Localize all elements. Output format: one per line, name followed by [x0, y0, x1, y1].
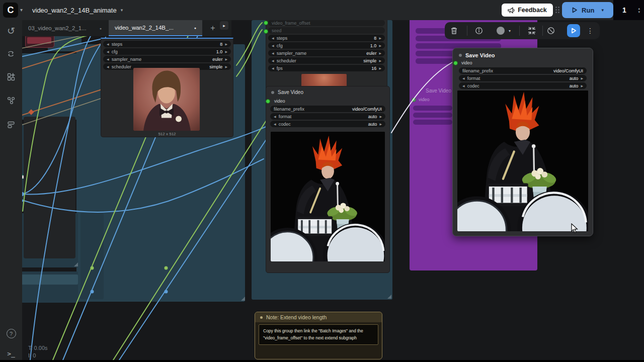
input-video-frame-offset[interactable]: video_frame_offset — [268, 20, 385, 26]
info-icon[interactable] — [472, 22, 486, 39]
tab-status-dot: ● — [194, 26, 196, 30]
decrement-arrow-icon[interactable]: ◀ — [107, 50, 109, 53]
widget-format[interactable]: ◀ format auto ▶ — [459, 75, 587, 81]
execute-node-button[interactable] — [567, 24, 580, 37]
megaphone-icon — [508, 7, 515, 14]
decrement-arrow-icon[interactable]: ◀ — [107, 65, 109, 68]
video-frame-offset-input-dot[interactable] — [264, 21, 268, 25]
decrement-arrow-icon[interactable]: ◀ — [274, 123, 276, 126]
decrement-arrow-icon[interactable]: ◀ — [462, 84, 465, 87]
increment-arrow-icon[interactable]: ▶ — [379, 37, 381, 40]
logo-menu-chevron-icon[interactable]: ▾ — [20, 7, 23, 13]
terminal-icon[interactable]: >_ — [0, 350, 22, 357]
increment-arrow-icon[interactable]: ▶ — [379, 44, 381, 47]
count-down-icon[interactable]: ▾ — [638, 10, 640, 14]
batch-count-stepper[interactable]: 1 ▴ ▾ — [613, 0, 644, 20]
decrement-arrow-icon[interactable]: ◀ — [272, 44, 274, 47]
collapse-dot-icon[interactable] — [260, 316, 263, 319]
status-iterations: I: 0 — [28, 352, 36, 358]
seed-input-dot[interactable] — [264, 29, 268, 34]
note-node[interactable]: Note: Extend video length Copy this grou… — [255, 312, 382, 359]
input-seed[interactable]: seed — [268, 27, 385, 34]
run-options-chevron-icon[interactable]: ▾ — [601, 8, 604, 13]
workflow-title-menu[interactable]: video_wan2_2_14B_animate ▾ — [32, 0, 123, 20]
history-icon[interactable]: ↺ — [0, 25, 22, 37]
increment-arrow-icon[interactable]: ▶ — [225, 50, 227, 53]
color-chevron-icon[interactable]: ▾ — [506, 22, 514, 39]
mouse-cursor — [571, 223, 579, 233]
help-icon[interactable]: ? — [0, 329, 22, 338]
decrement-arrow-icon[interactable]: ◀ — [272, 59, 274, 62]
delete-icon[interactable] — [447, 22, 461, 39]
decrement-arrow-icon[interactable]: ◀ — [107, 43, 109, 46]
decrement-arrow-icon[interactable]: ◀ — [272, 37, 274, 40]
decrement-arrow-icon[interactable]: ◀ — [272, 52, 274, 55]
increment-arrow-icon[interactable]: ▶ — [379, 52, 381, 55]
decrement-arrow-icon[interactable]: ◀ — [272, 67, 274, 70]
ksampler-node-left[interactable]: ◀ steps 8 ▶ ◀ cfg 1.0 ▶ ◀ sampler_name e… — [101, 38, 233, 137]
increment-arrow-icon[interactable]: ▶ — [379, 123, 382, 126]
bypass-icon[interactable] — [544, 22, 558, 39]
widget-sampler-name[interactable]: ◀ sampler_name euler ▶ — [268, 50, 385, 56]
connections-icon[interactable] — [0, 49, 22, 58]
play-icon — [572, 7, 578, 13]
increment-arrow-icon[interactable]: ▶ — [225, 58, 227, 61]
decrement-arrow-icon[interactable]: ◀ — [274, 115, 276, 118]
increment-arrow-icon[interactable]: ▶ — [379, 115, 382, 118]
note-header[interactable]: Note: Extend video length — [255, 312, 382, 322]
note-title: Note: Extend video length — [266, 314, 327, 320]
run-button[interactable]: Run ▾ — [562, 2, 613, 18]
node-header[interactable]: Save Video — [266, 86, 389, 98]
ksampler-node-mid[interactable]: video_frame_offset seed ◀ steps 8 ▶ ◀ cf… — [266, 15, 387, 90]
collapse-dot-icon[interactable] — [459, 54, 462, 57]
toolbar-divider — [519, 26, 520, 36]
tab-status-dot: ● — [100, 27, 102, 30]
toolbar-grip-handle[interactable] — [555, 7, 559, 13]
tab-overflow-button[interactable]: ▸ — [220, 21, 228, 30]
video-input-dot[interactable] — [266, 99, 270, 104]
video-preview[interactable] — [271, 132, 385, 261]
increment-arrow-icon[interactable]: ▶ — [581, 84, 583, 87]
collapse-node-icon[interactable] — [525, 22, 539, 39]
widget-steps[interactable]: ◀ steps 8 ▶ — [268, 35, 385, 41]
video-input-dot[interactable] — [453, 61, 458, 65]
decrement-arrow-icon[interactable]: ◀ — [462, 77, 465, 80]
more-options-icon[interactable]: ⋮ — [585, 22, 596, 39]
widget-steps[interactable]: ◀ steps 8 ▶ — [103, 41, 231, 47]
widget-scheduler[interactable]: ◀ scheduler simple ▶ — [268, 57, 385, 64]
model-library-icon[interactable] — [0, 96, 22, 105]
widget-cfg[interactable]: ◀ cfg 1.0 ▶ — [268, 42, 385, 49]
toolbar-divider — [467, 26, 467, 36]
widget-fps[interactable]: ◀ fps 16 ▶ — [268, 65, 385, 71]
widget-cfg[interactable]: ◀ cfg 1.0 ▶ — [103, 48, 231, 55]
node-library-icon[interactable] — [0, 72, 22, 81]
widget-filename-prefix[interactable]: filename_prefix video/ComfyUI — [270, 106, 385, 112]
feedback-button[interactable]: Feedback — [502, 4, 553, 17]
node-header[interactable]: Save Video — [453, 48, 593, 62]
widget-codec[interactable]: ◀ codec auto ▶ — [459, 82, 587, 89]
comfyui-logo[interactable]: C — [3, 3, 18, 18]
video-preview[interactable] — [457, 90, 588, 231]
widget-format[interactable]: ◀ format auto ▶ — [270, 113, 385, 120]
note-body: Copy this group then link the "Batch Ima… — [259, 324, 378, 345]
save-video-node-mid[interactable]: Save Video video filename_prefix video/C… — [266, 86, 390, 273]
widget-filename-prefix[interactable]: filename_prefix video/ComfyUI — [459, 67, 587, 74]
tab-active-workflow[interactable]: video_wan2_2_14B_... ● — [109, 20, 202, 36]
widget-sampler-name[interactable]: ◀ sampler_name euler ▶ — [103, 56, 231, 62]
save-video-node-right[interactable]: Save Video video filename_prefix video/C… — [452, 48, 593, 236]
increment-arrow-icon[interactable]: ▶ — [379, 59, 381, 62]
increment-arrow-icon[interactable]: ▶ — [225, 43, 227, 46]
increment-arrow-icon[interactable]: ▶ — [581, 77, 583, 80]
collapse-dot-icon[interactable] — [271, 91, 274, 94]
left-sidebar: ↺ ? — [0, 20, 22, 360]
video-input-label: video — [461, 60, 472, 65]
new-tab-button[interactable]: + — [206, 20, 219, 36]
decrement-arrow-icon[interactable]: ◀ — [107, 58, 109, 61]
widget-codec[interactable]: ◀ codec auto ▶ — [270, 121, 385, 127]
letterbox-bar — [0, 360, 644, 362]
workflows-icon[interactable] — [0, 120, 22, 129]
count-up-icon[interactable]: ▴ — [638, 7, 640, 10]
increment-arrow-icon[interactable]: ▶ — [379, 67, 381, 70]
increment-arrow-icon[interactable]: ▶ — [225, 65, 227, 68]
tab-inactive-workflow[interactable]: 03_video_wan2_2_1... ● — [22, 20, 108, 36]
